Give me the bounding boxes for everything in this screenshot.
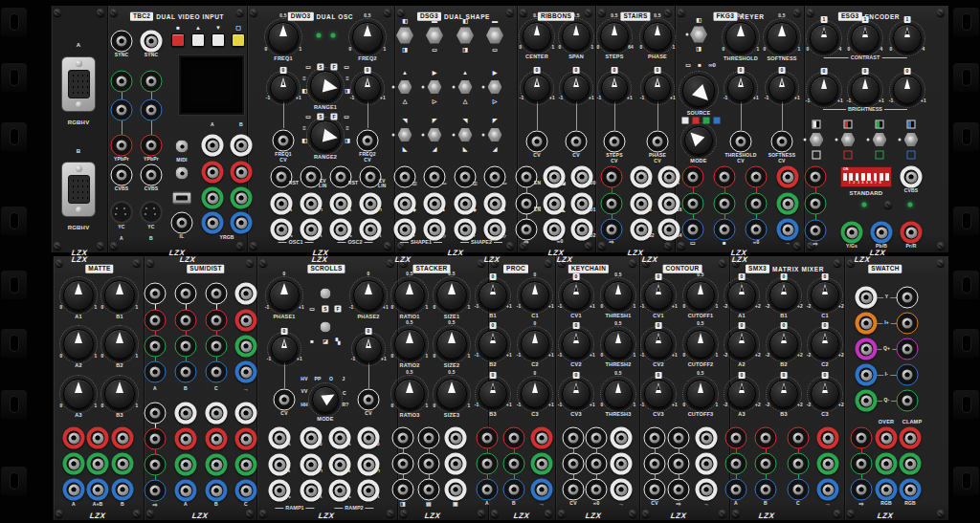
dip-switch-block[interactable]: ON12345678 [840,166,892,187]
jack[interactable] [235,283,257,305]
jack-phase-cv[interactable] [647,131,669,153]
knob-cutoff3[interactable] [686,380,715,408]
jack[interactable] [644,427,666,449]
jack-I+-out[interactable] [897,313,919,335]
jack[interactable] [87,453,109,475]
jack[interactable] [175,166,189,181]
knob-thresh2[interactable] [604,330,633,359]
jack-Q-[interactable] [856,390,878,412]
jack[interactable] [175,428,197,450]
jack[interactable] [231,162,253,184]
knob-b1[interactable] [479,281,507,310]
jack[interactable] [788,453,810,475]
push-button-white[interactable] [212,33,225,47]
jack[interactable] [611,479,633,501]
knob[interactable] [851,24,880,53]
jack[interactable] [112,453,134,475]
jack[interactable] [477,453,499,475]
jack[interactable] [746,166,768,188]
jack[interactable] [725,479,747,501]
jack[interactable] [87,427,109,449]
jack[interactable] [805,220,827,242]
jack-I-[interactable] [856,364,878,386]
jack[interactable] [87,479,109,501]
jack[interactable] [206,403,228,425]
knob-c1[interactable] [811,281,839,310]
jack[interactable] [725,427,747,449]
jack[interactable] [175,403,197,425]
knob-a1[interactable] [727,281,756,310]
knob[interactable] [563,75,590,101]
jack[interactable] [418,453,440,475]
jack[interactable] [503,427,525,449]
jack[interactable] [111,99,133,121]
jack[interactable] [668,479,690,501]
jack[interactable] [755,453,777,475]
knob-size3[interactable] [436,379,467,409]
jack[interactable] [418,479,440,501]
jack[interactable] [145,310,167,332]
knob-b2[interactable] [769,330,798,359]
jack-sync[interactable] [111,31,133,53]
jack[interactable] [175,336,197,358]
jack[interactable] [714,193,736,215]
knob-a3[interactable] [63,379,94,409]
knob-a2[interactable] [727,330,756,359]
knob-threshold[interactable] [725,22,756,53]
jack[interactable] [202,212,224,234]
jack[interactable] [202,135,224,157]
jack[interactable] [900,427,922,449]
jack[interactable] [111,71,133,93]
knob-thresh3[interactable] [604,380,633,408]
jack[interactable] [392,427,414,449]
knob-a1[interactable] [63,280,94,311]
jack[interactable] [714,219,736,241]
knob[interactable] [727,75,754,101]
jack[interactable] [876,479,898,501]
jack-freq1-cv[interactable] [273,130,295,152]
jack[interactable] [586,427,608,449]
jack[interactable] [175,361,197,383]
jack[interactable] [644,453,666,475]
jack-cvbs[interactable] [901,166,923,188]
jack[interactable] [788,427,810,449]
jack[interactable] [611,427,633,449]
jack[interactable] [531,479,553,501]
jack-cv[interactable] [526,131,548,153]
jack[interactable] [145,428,167,450]
jack-y-gs[interactable] [841,222,863,244]
jack-cv[interactable] [274,389,296,411]
jack-il[interactable] [171,212,193,234]
jack[interactable] [755,479,777,501]
knob-cv1[interactable] [644,281,673,310]
round-button[interactable] [320,288,332,300]
jack[interactable] [477,479,499,501]
jack-ypbpr[interactable] [141,135,163,157]
jack[interactable] [601,193,623,215]
knob-ratio1[interactable] [394,280,425,311]
knob-c2[interactable] [811,330,839,359]
jack-softness-cv[interactable] [771,131,793,153]
knob-range1[interactable] [310,71,341,101]
jack-I+[interactable] [856,313,878,335]
knob-range2[interactable] [310,120,341,151]
jack[interactable] [611,453,633,475]
knob[interactable] [355,336,382,362]
knob-cv2[interactable] [644,330,673,359]
knob-phase2[interactable] [353,280,384,311]
jack[interactable] [586,453,608,475]
jack[interactable] [682,193,704,215]
jack[interactable] [175,454,197,476]
knob-cutoff2[interactable] [686,330,715,359]
jack[interactable] [145,454,167,476]
jack[interactable] [531,427,553,449]
knob-b2[interactable] [479,330,507,359]
jack[interactable] [145,283,167,305]
jack[interactable] [563,453,585,475]
knob-thresh1[interactable] [604,281,633,310]
jack[interactable] [876,427,898,449]
knob[interactable] [644,75,671,101]
jack[interactable] [141,99,163,121]
knob-b2[interactable] [104,329,135,360]
jack-cvbs[interactable] [111,164,133,186]
